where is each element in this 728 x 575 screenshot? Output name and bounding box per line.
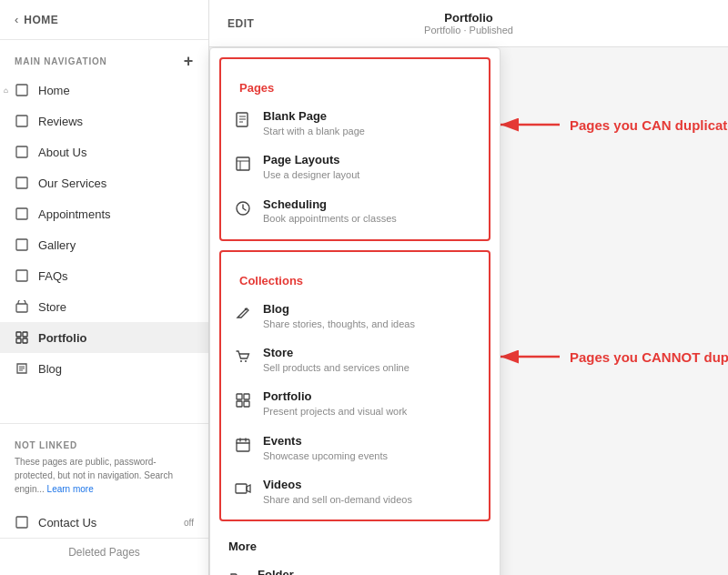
videos-col-desc: Share and sell on-demand videos — [263, 493, 412, 507]
page-icon — [15, 145, 29, 159]
svg-rect-19 — [244, 394, 249, 399]
videos-col-text: Videos Share and sell on-demand videos — [263, 478, 412, 507]
sidebar-item-reviews[interactable]: Reviews — [0, 106, 208, 136]
scheduling-item[interactable]: Scheduling Book appointments or classes — [221, 190, 489, 234]
blog-col-text: Blog Share stories, thoughts, and ideas — [263, 302, 415, 331]
events-col-title: Events — [263, 434, 388, 449]
folder-text: Folder Organize your site navigation — [258, 568, 387, 575]
sidebar-item-label: Blog — [38, 362, 62, 376]
events-col-text: Events Showcase upcoming events — [263, 434, 388, 463]
bottom-nav: Contact Us off — [0, 503, 208, 538]
svg-rect-11 — [23, 338, 27, 343]
svg-rect-10 — [16, 338, 21, 343]
more-section: More Folder Organize your site navigatio… — [210, 530, 500, 575]
events-col-desc: Showcase upcoming events — [263, 449, 388, 463]
svg-rect-8 — [16, 332, 21, 337]
portfolio-collection-item[interactable]: Portfolio Present projects and visual wo… — [221, 382, 489, 426]
svg-rect-18 — [237, 394, 242, 399]
learn-more-link[interactable]: Learn more — [47, 484, 94, 494]
video-icon — [234, 479, 252, 498]
store-icon — [15, 299, 29, 314]
folder-item[interactable]: Folder Organize your site navigation — [210, 560, 500, 575]
portfolio-col-title: Portfolio — [263, 389, 407, 405]
folder-title: Folder — [258, 568, 387, 575]
deleted-pages-button[interactable]: Deleted Pages — [0, 538, 208, 566]
events-collection-item[interactable]: Events Showcase upcoming events — [221, 427, 489, 470]
page-layouts-item[interactable]: Page Layouts Use a designer layout — [221, 146, 489, 189]
more-section-title: More — [210, 540, 500, 560]
sidebar-footer: NOT LINKED These pages are public, passw… — [0, 423, 208, 575]
blog-collection-item[interactable]: Blog Share stories, thoughts, and ideas — [221, 295, 489, 338]
can-duplicate-label: Pages you CAN duplicate — [570, 117, 728, 133]
sidebar-item-store[interactable]: Store — [0, 291, 208, 322]
add-page-button[interactable]: + — [184, 53, 194, 69]
svg-rect-14 — [237, 157, 249, 170]
store-col-title: Store — [263, 346, 410, 361]
edit-label: EDIT — [228, 17, 254, 30]
sidebar-item-faqs[interactable]: FAQs — [0, 260, 208, 291]
scheduling-title: Scheduling — [263, 197, 397, 213]
sidebar-item-label: Portfolio — [38, 331, 86, 345]
page-layouts-desc: Use a designer layout — [263, 168, 359, 182]
arrow-left-2-icon — [491, 348, 564, 366]
pages-section: Pages Blank Page Start with a blank page… — [219, 57, 490, 241]
sidebar-item-label: Home — [38, 84, 70, 97]
sidebar-item-gallery[interactable]: Gallery — [0, 229, 208, 260]
svg-rect-21 — [244, 401, 249, 407]
svg-rect-20 — [237, 401, 242, 407]
blog-col-desc: Share stories, thoughts, and ideas — [263, 318, 415, 331]
sidebar-item-contact-us[interactable]: Contact Us off — [0, 507, 208, 538]
store-col-text: Store Sell products and services online — [263, 346, 410, 375]
folder-icon — [228, 570, 247, 575]
back-home-label[interactable]: HOME — [24, 14, 58, 26]
store-col-desc: Sell products and services online — [263, 361, 410, 375]
arrow-left-icon — [491, 116, 564, 134]
svg-rect-7 — [16, 304, 27, 312]
sidebar: ‹ HOME MAIN NAVIGATION + ⌂ Home Reviews … — [0, 0, 209, 575]
svg-rect-2 — [16, 146, 27, 157]
scheduling-desc: Book appointments or classes — [263, 212, 397, 226]
sidebar-item-label: Contact Us — [38, 516, 96, 530]
sidebar-item-label: About Us — [38, 146, 86, 159]
store-collection-item[interactable]: Store Sell products and services online — [221, 338, 489, 382]
blank-page-text: Blank Page Start with a blank page — [263, 109, 365, 138]
sidebar-item-portfolio[interactable]: Portfolio — [0, 322, 208, 353]
back-arrow-icon[interactable]: ‹ — [15, 13, 18, 26]
page-layouts-text: Page Layouts Use a designer layout — [263, 153, 359, 182]
blank-page-item[interactable]: Blank Page Start with a blank page — [221, 102, 489, 146]
sidebar-item-appointments[interactable]: Appointments — [0, 198, 208, 229]
sidebar-item-home[interactable]: ⌂ Home — [0, 75, 208, 106]
sidebar-item-about-us[interactable]: About Us — [0, 136, 208, 167]
collections-section: Collections Blog Share stories, thoughts… — [219, 250, 490, 521]
cart-icon — [234, 348, 252, 366]
add-page-dropdown: Pages Blank Page Start with a blank page… — [209, 47, 500, 575]
sidebar-item-label: FAQs — [38, 269, 68, 283]
blog-icon — [15, 361, 29, 376]
svg-rect-5 — [16, 239, 27, 250]
page-icon — [15, 268, 29, 283]
events-icon — [234, 436, 252, 454]
svg-rect-6 — [16, 270, 27, 281]
blog-col-title: Blog — [263, 302, 415, 318]
sidebar-item-our-services[interactable]: Our Services — [0, 167, 208, 198]
page-icon — [15, 237, 29, 252]
page-title-area: Portfolio Portfolio · Published — [424, 11, 513, 35]
not-linked-section: NOT LINKED These pages are public, passw… — [0, 433, 208, 503]
page-icon — [15, 83, 29, 97]
svg-rect-1 — [16, 116, 27, 126]
not-linked-desc: These pages are public, password-protect… — [15, 455, 194, 496]
sidebar-header: ‹ HOME — [0, 0, 208, 40]
svg-point-17 — [245, 360, 247, 362]
page-icon — [15, 176, 29, 190]
cannot-duplicate-annotation: Pages you CANNOT duplicate — [491, 348, 728, 366]
sidebar-item-blog[interactable]: Blog — [0, 353, 208, 384]
svg-point-16 — [240, 360, 242, 362]
scheduling-text: Scheduling Book appointments or classes — [263, 197, 397, 227]
blank-page-title: Blank Page — [263, 109, 365, 125]
videos-col-title: Videos — [263, 478, 412, 493]
page-icon — [15, 207, 29, 221]
can-duplicate-annotation: Pages you CAN duplicate — [491, 116, 728, 134]
videos-collection-item[interactable]: Videos Share and sell on-demand videos — [221, 470, 489, 514]
sidebar-item-extra: off — [184, 518, 194, 528]
portfolio-col-text: Portfolio Present projects and visual wo… — [263, 389, 407, 419]
